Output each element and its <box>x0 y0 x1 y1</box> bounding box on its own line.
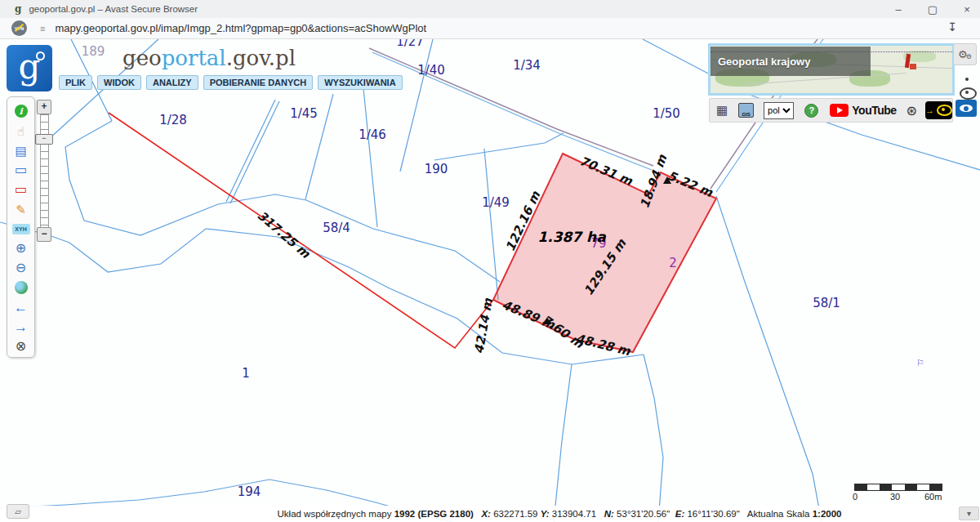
boundary-line <box>716 196 822 522</box>
settings-gears-button[interactable]: ⚙⚙ <box>953 43 977 65</box>
status-part: 16°11'30.69" Aktualna Skala <box>684 509 812 519</box>
status-part: 632271.59 <box>491 509 541 519</box>
boundary-line <box>644 355 663 522</box>
minimize-button[interactable]: – <box>892 3 905 16</box>
window-title: geoportal.gov.pl – Avast Secure Browser <box>29 4 198 14</box>
brand-part-geo: geo <box>122 46 162 70</box>
browser-titlebar: g geoportal.gov.pl – Avast Secure Browse… <box>0 0 980 19</box>
boundary-line <box>226 100 275 202</box>
zoom-plus-button[interactable]: + <box>37 100 51 114</box>
dot-marker-button[interactable] <box>962 75 972 83</box>
boundary-line <box>484 149 498 300</box>
stream-upper-line <box>65 121 500 282</box>
parcel-number-label: 1 <box>242 366 250 381</box>
scale-label-0: 0 <box>853 492 858 502</box>
visibility-outline-button[interactable] <box>960 87 977 100</box>
close-button[interactable]: × <box>960 3 973 16</box>
menu-wyszukiwania[interactable]: WYSZUKIWANIA <box>318 75 402 90</box>
parcel-number-label: 190 <box>425 162 448 176</box>
legend-icon-glyph: ▤ <box>15 145 26 157</box>
minimap-marker-icon <box>910 64 916 69</box>
pan-hand-icon[interactable]: ☝ <box>12 122 30 140</box>
measure-tool-button[interactable]: ▱ <box>7 504 29 519</box>
road-line <box>372 52 652 170</box>
forward-arrow-icon[interactable]: → <box>12 318 30 336</box>
zoom-slider-track[interactable] <box>40 114 49 227</box>
top-right-controls: ▦ GIS pol ? YouTube ⊛ → <box>709 98 953 123</box>
draw-pencil-icon[interactable]: ✎ <box>12 200 30 218</box>
expand-caret-button[interactable]: ▾ <box>959 506 979 520</box>
close-session-icon[interactable]: ⊗ <box>12 337 30 355</box>
coordinates-xyh-icon-glyph: XYH <box>12 224 30 234</box>
zoom-minus-button[interactable]: − <box>37 227 51 242</box>
boundary-line <box>230 101 279 203</box>
parcel-number-label: 1/34 <box>513 58 541 73</box>
url-text[interactable]: mapy.geoportal.gov.pl/imap/Imgp_2.html?g… <box>55 22 426 34</box>
scale-bar: 0 30 60m <box>854 484 946 501</box>
site-permissions-icon[interactable]: ≡ <box>40 24 45 33</box>
info-icon[interactable]: i <box>12 102 30 120</box>
zoom-slider-handle[interactable]: − <box>35 134 53 145</box>
window-controls: – ▢ × <box>892 0 973 18</box>
parcel-number-label: 58/1 <box>813 296 840 310</box>
status-part: E: <box>675 509 685 519</box>
parcel-number-label: 1/40 <box>417 63 445 78</box>
parcel-number-label: 1/49 <box>482 195 510 210</box>
parcel-number-label: 1/46 <box>359 127 386 142</box>
measurement-line <box>109 113 493 348</box>
help-button[interactable]: ? <box>804 104 818 118</box>
menu-plik[interactable]: PLIK <box>59 75 92 90</box>
browser-urlbar: VPN ≡ mapy.geoportal.gov.pl/imap/Imgp_2.… <box>0 18 980 39</box>
status-part: Układ współrzędnych mapy <box>278 509 394 519</box>
close-session-icon-glyph: ⊗ <box>16 340 26 353</box>
high-contrast-toggle[interactable]: → <box>925 101 952 119</box>
status-bar: Układ współrzędnych mapy 1992 (EPSG 2180… <box>0 506 980 522</box>
brand-wordmark: geoportal.gov.pl <box>122 46 296 70</box>
brand-part-portal: portal <box>162 46 226 70</box>
vpn-badge-icon[interactable]: VPN <box>11 20 27 36</box>
coordinates-xyh-icon[interactable]: XYH <box>12 220 30 238</box>
legend-icon[interactable]: ▤ <box>12 141 30 159</box>
arrow-icon: → <box>925 105 934 115</box>
grid-icon[interactable]: ▦ <box>716 103 728 118</box>
visibility-active-button[interactable] <box>956 100 977 117</box>
globe-icon[interactable] <box>12 279 30 297</box>
scale-label-60m: 60m <box>924 492 942 502</box>
status-part: 313904.71 <box>550 509 604 519</box>
eye-icon <box>960 105 973 112</box>
geoportal-logo[interactable]: g <box>7 45 52 91</box>
select-area-red-icon[interactable]: ▭ <box>12 181 30 199</box>
forward-arrow-icon-glyph: → <box>14 320 28 334</box>
accessibility-wheel-icon[interactable]: ⊛ <box>906 103 917 118</box>
menu-pobieranie-danych[interactable]: POBIERANIE DANYCH <box>203 75 314 90</box>
scale-bar-segments <box>854 484 942 491</box>
brand-part-govpl: .gov.pl <box>226 46 296 70</box>
select-area-red-icon-glyph: ▭ <box>15 183 27 196</box>
zoom-in-icon[interactable]: ⊕ <box>12 239 30 257</box>
menu-widok[interactable]: WIDOK <box>97 75 141 90</box>
dot-icon <box>965 78 969 81</box>
logo-orbit-icon <box>36 51 45 60</box>
parcel-number-label: 1/50 <box>653 106 680 121</box>
restore-button[interactable]: ▢ <box>926 3 939 16</box>
download-icon[interactable]: ↧ <box>947 20 957 33</box>
status-part: X: <box>481 509 491 519</box>
youtube-label: YouTube <box>852 104 896 117</box>
overview-title-band: Geoportal krajowy <box>710 47 871 76</box>
parcel-number-label: 1/45 <box>290 106 318 121</box>
overview-map[interactable]: Geoportal krajowy <box>708 43 955 96</box>
back-arrow-icon[interactable]: ← <box>12 298 30 316</box>
scale-label-30: 30 <box>890 492 900 502</box>
youtube-link[interactable]: YouTube <box>830 104 896 117</box>
status-part: 1:2000 <box>813 509 842 519</box>
zoom-in-icon-glyph: ⊕ <box>16 242 26 255</box>
pan-hand-icon-glyph: ☝ <box>17 125 24 137</box>
parcel-number-label: 189 <box>82 44 105 59</box>
gis-export-icon[interactable]: GIS <box>738 103 754 118</box>
select-area-blue-icon[interactable]: ▭ <box>12 161 30 179</box>
zoom-out-icon[interactable]: ⊖ <box>12 259 30 277</box>
language-select[interactable]: pol <box>764 102 794 119</box>
status-part: N: <box>604 509 614 519</box>
menu-analizy[interactable]: ANALIZY <box>146 75 198 90</box>
status-part: 1992 (EPSG 2180) <box>394 509 474 519</box>
